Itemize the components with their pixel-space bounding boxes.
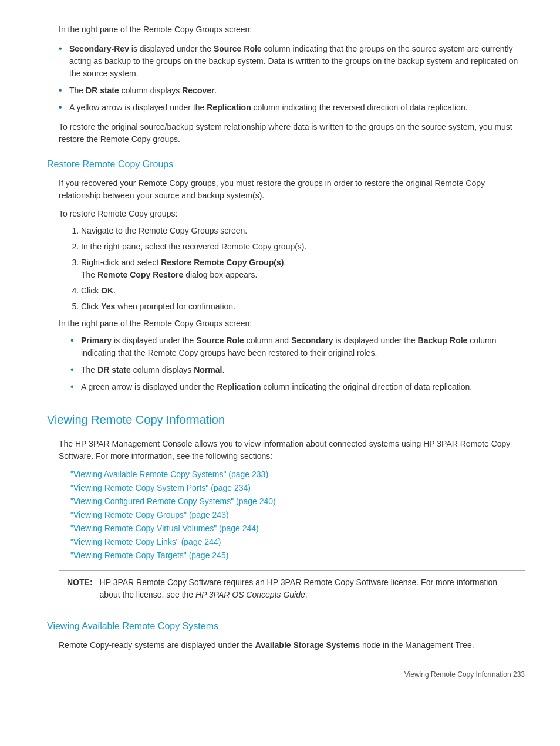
available-storage-bold: Available Storage Systems — [255, 640, 360, 650]
restore-group-bold: Restore Remote Copy Group(s) — [161, 258, 284, 267]
intro-bullets: Secondary-Rev is displayed under the Sou… — [59, 43, 525, 114]
yes-bold: Yes — [101, 302, 115, 311]
bullet-primary: Primary is displayed under the Source Ro… — [70, 335, 525, 359]
restore-intro2: To restore Remote Copy groups: — [59, 208, 525, 220]
link-virtual-volumes[interactable]: "Viewing Remote Copy Virtual Volumes" (p… — [70, 522, 525, 535]
footer-text: Viewing Remote Copy Information 233 — [404, 670, 525, 679]
normal-bold: Normal — [194, 365, 222, 374]
restore-section-content: If you recovered your Remote Copy groups… — [47, 177, 525, 393]
available-systems-heading: Viewing Available Remote Copy Systems — [47, 619, 525, 633]
bullet-yellow-arrow: A yellow arrow is displayed under the Re… — [59, 102, 525, 114]
ok-bold: OK — [101, 286, 113, 295]
link-available-systems[interactable]: "Viewing Available Remote Copy Systems" … — [70, 468, 525, 481]
restore-step-2: In the right pane, select the recovered … — [81, 241, 525, 253]
intro-closing: To restore the original source/backup sy… — [47, 121, 525, 146]
bullet-dr-state-normal: The DR state column displays Normal. — [70, 364, 525, 376]
available-systems-intro-end: node in the Management Tree. — [360, 640, 474, 650]
dr-state-bold-2: DR state — [97, 365, 131, 374]
link-copy-groups[interactable]: "Viewing Remote Copy Groups" (page 243) — [70, 509, 525, 521]
note-box: NOTE: HP 3PAR Remote Copy Software requi… — [59, 570, 525, 607]
viewing-links[interactable]: "Viewing Available Remote Copy Systems" … — [59, 468, 525, 562]
recover-bold: Recover — [182, 86, 214, 95]
restore-intro1: If you recovered your Remote Copy groups… — [59, 177, 525, 202]
remote-copy-restore-bold: Remote Copy Restore — [97, 270, 183, 279]
dr-state-bold-1: DR state — [86, 86, 119, 95]
restore-step-3: Right-click and select Restore Remote Co… — [81, 256, 525, 281]
page-footer: Viewing Remote Copy Information 233 — [47, 669, 525, 680]
note-content: HP 3PAR Remote Copy Software requires an… — [100, 576, 517, 601]
restore-after-preamble: In the right pane of the Remote Copy Gro… — [59, 318, 525, 330]
restore-section-heading: Restore Remote Copy Groups — [47, 157, 525, 171]
note-period: . — [305, 590, 308, 599]
available-systems-intro-text: Remote Copy-ready systems are displayed … — [59, 640, 255, 650]
backup-role-bold: Backup Role — [418, 336, 468, 345]
link-configured-systems[interactable]: "Viewing Configured Remote Copy Systems"… — [70, 495, 525, 508]
viewing-section-content: The HP 3PAR Management Console allows yo… — [47, 438, 525, 607]
restore-step-1: Navigate to the Remote Copy Groups scree… — [81, 225, 525, 237]
restore-step-5: Click Yes when prompted for confirmation… — [81, 301, 525, 313]
viewing-intro: The HP 3PAR Management Console allows yo… — [59, 438, 525, 463]
source-role-bold-1: Source Role — [214, 44, 262, 53]
available-systems-intro: Remote Copy-ready systems are displayed … — [59, 639, 525, 652]
bullet-dr-state-recover: The DR state column displays Recover. — [59, 85, 525, 97]
replication-bold-2: Replication — [217, 382, 261, 391]
note-italic: HP 3PAR OS Concepts Guide — [195, 590, 305, 599]
remote-copy-restore-note: The Remote Copy Restore dialog box appea… — [81, 270, 257, 279]
primary-bold: Primary — [81, 336, 112, 345]
intro-preamble: In the right pane of the Remote Copy Gro… — [47, 23, 525, 36]
secondary-rev-bold: Secondary-Rev — [69, 44, 129, 53]
source-role-bold-2: Source Role — [196, 336, 244, 345]
note-label: NOTE: — [67, 576, 93, 601]
link-copy-links[interactable]: "Viewing Remote Copy Links" (page 244) — [70, 536, 525, 548]
viewing-section-heading: Viewing Remote Copy Information — [47, 411, 525, 431]
restore-steps-list: Navigate to the Remote Copy Groups scree… — [70, 225, 525, 313]
available-systems-content: Remote Copy-ready systems are displayed … — [47, 639, 525, 652]
restore-after-bullets: Primary is displayed under the Source Ro… — [70, 335, 525, 393]
link-system-ports[interactable]: "Viewing Remote Copy System Ports" (page… — [70, 482, 525, 494]
restore-step-4: Click OK. — [81, 285, 525, 297]
replication-bold-1: Replication — [207, 103, 251, 112]
bullet-green-arrow: A green arrow is displayed under the Rep… — [70, 381, 525, 393]
bullet-secondary-rev: Secondary-Rev is displayed under the Sou… — [59, 43, 525, 80]
secondary-bold: Secondary — [291, 336, 333, 345]
link-copy-targets[interactable]: "Viewing Remote Copy Targets" (page 245) — [70, 549, 525, 562]
